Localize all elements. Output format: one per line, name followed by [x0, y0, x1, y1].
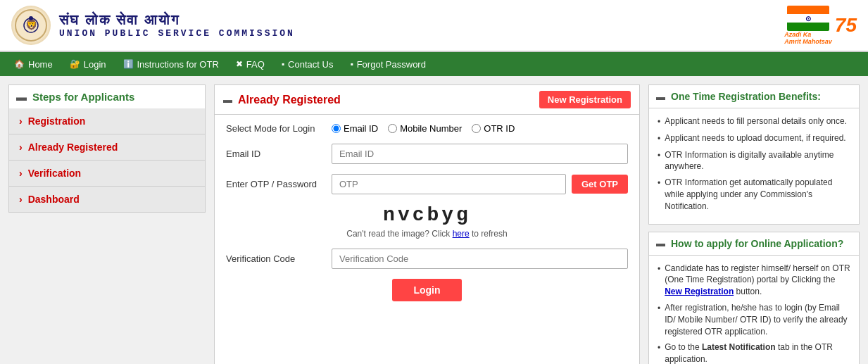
verification-label: Verification Code	[226, 253, 325, 264]
flag-icon: ⊙	[787, 6, 829, 31]
apply-dot-3: •	[658, 342, 660, 354]
steps-panel-header: ▬ Steps for Applicants	[8, 84, 206, 108]
email-label: Email ID	[226, 149, 325, 159]
verification-control	[332, 249, 628, 269]
how-to-apply-title: How to apply for Online Application?	[671, 238, 843, 249]
arrow-icon-verification: ›	[19, 168, 23, 179]
arrow-icon-registration: ›	[19, 115, 23, 127]
benefit-text-3: OTR Information is digitally available a…	[665, 149, 850, 173]
bullet-dot-1: •	[658, 116, 660, 128]
apply-dot-2: •	[658, 303, 660, 315]
radio-mobile-number[interactable]: Mobile Number	[388, 123, 462, 134]
benefit-item-1: • Applicant needs to fill personal detai…	[658, 115, 850, 128]
header-right: ⊙ Azadi KaAmrit Mahotsav 75	[784, 6, 857, 45]
password-icon: ▪	[350, 59, 353, 69]
right-panel: ▬ One Time Registration Benefits: • Appl…	[648, 84, 860, 364]
nav-forgot-password[interactable]: ▪ Forgot Password	[341, 52, 434, 76]
otp-input[interactable]	[332, 174, 566, 194]
mode-row: Select Mode for Login Email ID Mobile Nu…	[226, 123, 628, 134]
sidebar-verification-label: Verification	[28, 168, 81, 179]
otp-label: Enter OTP / Password	[226, 179, 325, 189]
emblem-logo: 🦁	[11, 6, 51, 45]
svg-text:🦁: 🦁	[25, 19, 38, 31]
benefits-body: • Applicant needs to fill personal detai…	[649, 108, 859, 224]
captcha-hint-suffix: to refresh	[472, 229, 508, 239]
radio-otr-id[interactable]: OTR ID	[472, 123, 515, 134]
nav-login[interactable]: 🔐 Login	[61, 52, 115, 76]
nav-otr-label: Instructions for OTR	[137, 59, 219, 70]
login-mode-group: Email ID Mobile Number OTR ID	[332, 123, 628, 134]
sidebar-dashboard-label: Dashboard	[28, 194, 80, 205]
login-button[interactable]: Login	[392, 279, 461, 301]
login-icon: 🔐	[70, 59, 80, 69]
sidebar-item-already-registered[interactable]: › Already Registered	[8, 134, 206, 161]
nav-forgot-label: Forgot Password	[357, 59, 426, 70]
bullet-dot-4: •	[658, 177, 660, 189]
captcha-refresh-link[interactable]: here	[453, 229, 470, 239]
apply-dot-1: •	[658, 263, 660, 275]
benefits-header-icon: ▬	[656, 92, 665, 102]
nav-otr-instructions[interactable]: ℹ️ Instructions for OTR	[115, 52, 227, 76]
years-badge: 75	[835, 14, 857, 37]
radio-otr-input[interactable]	[472, 124, 481, 133]
nav-home[interactable]: 🏠 Home	[6, 52, 61, 76]
get-otp-button[interactable]: Get OTP	[572, 175, 628, 194]
contact-icon: ▪	[282, 59, 284, 69]
radio-mobile-input[interactable]	[388, 124, 397, 133]
apply-item-3: • Go to the Latest Notification tab in t…	[658, 341, 850, 364]
nav-faq[interactable]: ✖ FAQ	[227, 52, 273, 76]
arrow-icon-already-registered: ›	[19, 142, 23, 153]
apply-text-2: After registration, he/she has to login …	[665, 302, 850, 337]
flag-orange-stripe	[787, 6, 829, 14]
nav-login-label: Login	[84, 59, 106, 70]
benefit-text-4: OTR Information get automatically popula…	[665, 177, 850, 212]
latest-notification-bold: Latest Notification	[702, 342, 776, 352]
radio-email-label: Email ID	[344, 123, 378, 134]
center-panel: ▬ Already Registered New Registration Se…	[214, 84, 640, 364]
mode-control: Email ID Mobile Number OTR ID	[332, 123, 628, 134]
benefits-section: ▬ One Time Registration Benefits: • Appl…	[648, 84, 860, 225]
benefits-header: ▬ One Time Registration Benefits:	[649, 85, 859, 108]
how-to-apply-header: ▬ How to apply for Online Application?	[649, 232, 859, 256]
email-control	[332, 144, 628, 164]
email-row: Email ID	[226, 144, 628, 164]
captcha-hint-prefix: Can't read the image? Click	[346, 229, 450, 239]
title-english: UNION PUBLIC SERVICE COMMISSION	[59, 28, 295, 39]
center-header-icon: ▬	[223, 94, 232, 105]
title-hindi: संघ लोक सेवा आयोग	[59, 12, 295, 28]
apply-text-1: Candidate has to register himself/ herse…	[665, 263, 850, 298]
how-to-apply-icon: ▬	[656, 238, 665, 249]
steps-panel-title: Steps for Applicants	[32, 91, 134, 103]
nav-contact[interactable]: ▪ Contact Us	[273, 52, 342, 76]
radio-email-id-input[interactable]	[332, 124, 341, 133]
header-title: संघ लोक सेवा आयोग UNION PUBLIC SERVICE C…	[59, 12, 295, 39]
apply-item-1: • Candidate has to register himself/ her…	[658, 263, 850, 298]
benefit-text-1: Applicant needs to fill personal details…	[665, 115, 847, 127]
new-registration-button[interactable]: New Registration	[539, 91, 631, 108]
apply-text-3: Go to the Latest Notification tab in the…	[665, 341, 850, 364]
svg-point-3	[29, 16, 33, 20]
sidebar-item-dashboard[interactable]: › Dashboard	[8, 187, 206, 213]
radio-otr-label: OTR ID	[484, 123, 515, 134]
azadi-label: Azadi KaAmrit Mahotsav	[784, 31, 832, 45]
verification-row: Verification Code	[226, 249, 628, 269]
sidebar-item-verification[interactable]: › Verification	[8, 161, 206, 187]
main-content: ▬ Steps for Applicants › Registration › …	[0, 76, 868, 364]
otp-input-row: Get OTP	[332, 174, 628, 194]
nav-contact-label: Contact Us	[288, 59, 333, 70]
bullet-dot-3: •	[658, 150, 660, 162]
radio-email-id[interactable]: Email ID	[332, 123, 378, 134]
nav-home-label: Home	[28, 59, 53, 70]
page-header: 🦁 संघ लोक सेवा आयोग UNION PUBLIC SERVICE…	[0, 0, 868, 52]
login-btn-row: Login	[226, 279, 628, 301]
nav-faq-label: FAQ	[246, 59, 265, 70]
email-input[interactable]	[332, 144, 628, 164]
otp-row: Enter OTP / Password Get OTP	[226, 174, 628, 194]
how-to-apply-section: ▬ How to apply for Online Application? •…	[648, 232, 860, 364]
mode-label: Select Mode for Login	[226, 123, 325, 134]
bullet-dot-2: •	[658, 133, 660, 145]
sidebar-item-registration[interactable]: › Registration	[8, 108, 206, 134]
sidebar-already-registered-label: Already Registered	[28, 142, 118, 153]
benefit-item-4: • OTR Information get automatically popu…	[658, 177, 850, 212]
verification-input[interactable]	[332, 249, 628, 269]
